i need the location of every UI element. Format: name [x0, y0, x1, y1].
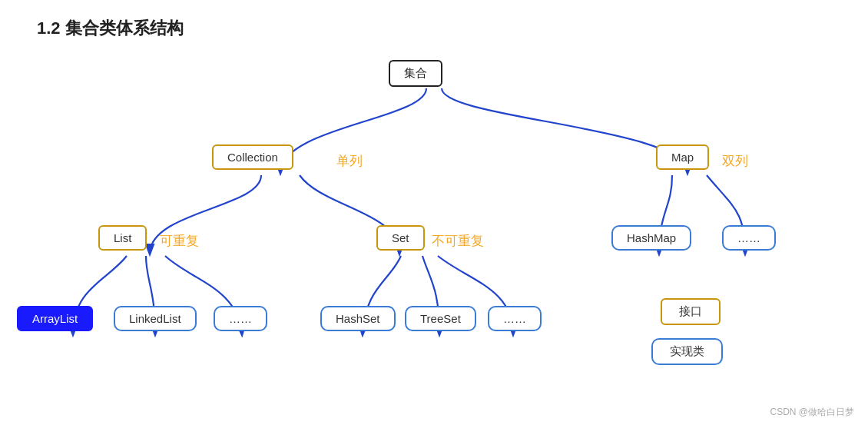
node-set-box: Set	[376, 225, 425, 251]
node-set: Set	[376, 225, 425, 251]
node-list-box: List	[98, 225, 147, 251]
node-map-box: Map	[656, 144, 709, 170]
node-hashmap: HashMap	[611, 225, 691, 251]
node-list-tag: 可重复	[160, 232, 199, 250]
node-set-tag: 不可重复	[432, 232, 484, 250]
node-treeset: TreeSet	[405, 306, 476, 331]
node-root: 集合	[389, 60, 442, 87]
node-dotdot-list: ……	[214, 306, 267, 331]
node-hashmap-box: HashMap	[611, 225, 691, 251]
node-map: Map	[656, 144, 709, 170]
legend-impl: 实现类	[651, 338, 723, 365]
node-treeset-box: TreeSet	[405, 306, 476, 331]
page-title: 1.2 集合类体系结构	[37, 17, 184, 40]
node-root-box: 集合	[389, 60, 442, 87]
node-dotdot-list-box: ……	[214, 306, 267, 331]
node-dotdot-set-box: ……	[488, 306, 542, 331]
node-collection-tag: 单列	[336, 152, 363, 170]
node-map-tag: 双列	[722, 152, 748, 170]
node-hashset-box: HashSet	[320, 306, 396, 331]
node-arraylist-box: ArrayList	[17, 306, 93, 331]
legend-interface: 接口	[661, 298, 721, 325]
node-arraylist: ArrayList	[17, 306, 93, 331]
node-hashset: HashSet	[320, 306, 396, 331]
node-collection-box: Collection	[212, 144, 293, 170]
node-dotdot-map: ……	[722, 225, 776, 251]
node-linkedlist-box: LinkedList	[114, 306, 197, 331]
node-list: List	[98, 225, 147, 251]
watermark: CSDN @做哈白日梦	[770, 406, 854, 419]
node-dotdot-map-box: ……	[722, 225, 776, 251]
node-collection: Collection	[212, 144, 293, 170]
node-dotdot-set: ……	[488, 306, 542, 331]
node-linkedlist: LinkedList	[114, 306, 197, 331]
page-container: 1.2 集合类体系结构 集合	[0, 0, 868, 425]
